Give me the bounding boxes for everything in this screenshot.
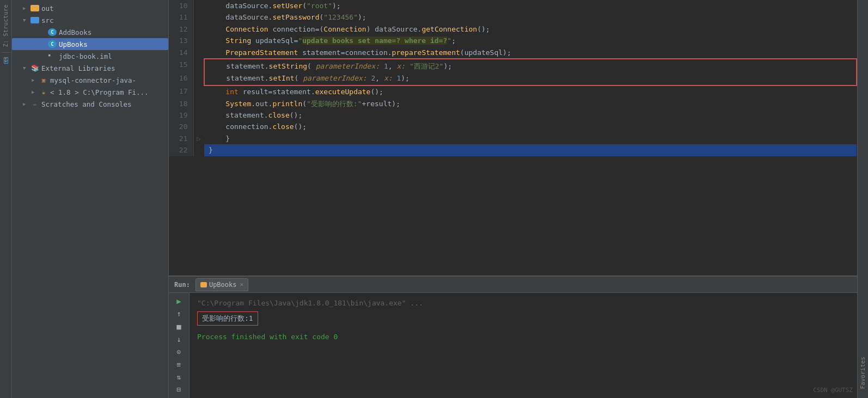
run-scroll-up-button[interactable]: ↑ — [173, 309, 186, 319]
code-line-18: 18 System.out.println("受影响的行数:"+result); — [169, 98, 857, 109]
line-gutter — [193, 47, 204, 59]
arrow-closed-icon: ▶ — [23, 101, 29, 107]
jar-icon: ▣ — [39, 76, 48, 84]
sidebar-item-jdbc-iml[interactable]: ▶ ▪ jdbc-book.iml — [12, 50, 168, 62]
arrow-empty-icon: ▶ — [40, 53, 47, 59]
line-number: 13 — [169, 35, 193, 46]
jdk-icon: ☕ — [39, 88, 48, 96]
line-number: 10 — [169, 0, 193, 11]
run-command-line: "C:\Program Files\Java\jdk1.8.0_181\bin\… — [197, 297, 849, 309]
run-scroll-down-button[interactable]: ↓ — [173, 334, 186, 344]
arrow-closed-icon: ▶ — [32, 89, 38, 95]
run-tab[interactable]: UpBooks × — [195, 278, 248, 291]
line-gutter — [193, 35, 204, 46]
line-code[interactable]: System.out.println("受影响的行数:"+result); — [204, 98, 857, 109]
class-icon: C — [48, 28, 57, 36]
code-line-17: 17 int result=statement.executeUpdate(); — [169, 85, 857, 97]
line-code-15[interactable]: statement.setString( parameterIndex: 1, … — [204, 59, 857, 72]
code-line-15: 15 statement.setString( parameterIndex: … — [169, 59, 857, 72]
line-number: 17 — [169, 85, 193, 97]
line-gutter — [193, 121, 204, 132]
run-tabs-bar: Run: UpBooks × — [169, 277, 857, 293]
run-stop-button[interactable]: ■ — [173, 322, 186, 332]
line-gutter — [193, 59, 204, 72]
run-restore-button[interactable]: ⇅ — [173, 372, 186, 382]
arrow-empty-icon: ▶ — [40, 41, 47, 47]
sidebar-item-scratches[interactable]: ▶ ✏ Scratches and Consoles — [12, 98, 168, 110]
line-gutter — [193, 11, 204, 23]
folder-icon — [30, 5, 39, 11]
sidebar-item-label: UpBooks — [59, 40, 88, 48]
sidebar-item-label: mysql-connector-java- — [50, 76, 136, 84]
line-code[interactable]: statement.close(); — [204, 109, 857, 121]
sidebar-item-out[interactable]: ▶ out — [12, 2, 168, 14]
run-camera-button[interactable]: ⊙ — [173, 347, 186, 357]
scratch-icon: ✏ — [30, 100, 39, 108]
line-code[interactable]: dataSource.setPassword("123456"); — [204, 11, 857, 23]
sidebar-item-upbooks[interactable]: ▶ C UpBooks — [12, 38, 168, 50]
code-editor[interactable]: 10 dataSource.setUser("root"); 11 dataSo… — [169, 0, 857, 275]
line-number: 15 — [169, 59, 193, 72]
line-code[interactable]: Connection connection=(Connection) dataS… — [204, 23, 857, 35]
line-code[interactable]: int result=statement.executeUpdate(); — [204, 85, 857, 97]
line-gutter — [193, 98, 204, 109]
line-number: 19 — [169, 109, 193, 121]
xml-icon: ▪ — [48, 52, 57, 60]
code-line-12: 12 Connection connection=(Connection) da… — [169, 23, 857, 35]
code-line-11: 11 dataSource.setPassword("123456"); — [169, 11, 857, 23]
sidebar-item-label: < 1.8 > C:\Program Fi... — [50, 88, 149, 96]
arrow-closed-icon: ▶ — [32, 77, 38, 83]
line-gutter — [193, 144, 204, 156]
run-output[interactable]: "C:\Program Files\Java\jdk1.8.0_181\bin\… — [190, 293, 857, 398]
arrow-empty-icon: ▶ — [40, 29, 47, 35]
favorites-side[interactable]: Favorites — [857, 0, 868, 398]
run-tab-name: UpBooks — [209, 281, 237, 289]
sidebar-item-label: External Libraries — [41, 64, 115, 72]
line-code[interactable]: PreparedStatement statement=connection.p… — [204, 47, 857, 59]
run-label: Run: — [174, 281, 190, 289]
run-wrap-button[interactable]: ≡ — [173, 359, 186, 369]
left-icon-strip: Z: Structure 🗄 — [0, 0, 12, 398]
sidebar-item-src[interactable]: ▼ src — [12, 14, 168, 26]
line-code-16[interactable]: statement.setInt( parameterIndex: 2, x: … — [204, 72, 857, 85]
sidebar-item-mysql-connector[interactable]: ▶ ▣ mysql-connector-java- — [12, 74, 168, 86]
run-panel: Run: UpBooks × ▶ ↑ ■ ↓ ⊙ ≡ ⇅ ⊟ — [169, 275, 857, 398]
arrow-icon: ▶ — [23, 5, 29, 11]
line-number: 16 — [169, 72, 193, 85]
code-line-20: 20 connection.close(); — [169, 121, 857, 132]
line-number: 12 — [169, 23, 193, 35]
line-gutter — [193, 85, 204, 97]
line-code[interactable]: String updateSql="update books set name=… — [204, 35, 857, 46]
class-icon: C — [48, 40, 57, 48]
favorites-label[interactable]: Favorites — [859, 357, 866, 389]
db-browser-icon[interactable]: 🗄 — [2, 56, 10, 66]
line-gutter — [193, 0, 204, 11]
line-code[interactable]: } — [204, 144, 857, 156]
code-line-14: 14 PreparedStatement statement=connectio… — [169, 47, 857, 59]
line-gutter — [193, 109, 204, 121]
tab-folder-icon — [200, 282, 207, 287]
code-line-22: 22 } — [169, 144, 857, 156]
sidebar-tree: ▶ out ▼ src ▶ C AddBooks ▶ C UpBooks — [12, 0, 168, 398]
folder-src-icon — [30, 17, 39, 23]
line-code[interactable]: dataSource.setUser("root"); — [204, 0, 857, 11]
structure-side-icon[interactable]: Z: Structure — [2, 2, 10, 49]
run-play-button[interactable]: ▶ — [173, 296, 186, 306]
sidebar-item-jdk[interactable]: ▶ ☕ < 1.8 > C:\Program Fi... — [12, 86, 168, 98]
tab-close-button[interactable]: × — [240, 281, 243, 288]
line-number: 22 — [169, 144, 193, 156]
sidebar-item-addbooks[interactable]: ▶ C AddBooks — [12, 26, 168, 38]
line-code[interactable]: connection.close(); — [204, 121, 857, 132]
sidebar-item-label: src — [41, 16, 54, 25]
sidebar-item-label: AddBooks — [59, 28, 91, 36]
sidebar-item-external-libraries[interactable]: ▼ 📚 External Libraries — [12, 62, 168, 74]
code-line-13: 13 String updateSql="update books set na… — [169, 35, 857, 46]
line-code[interactable]: } — [204, 133, 857, 144]
run-print-button[interactable]: ⊟ — [173, 385, 186, 395]
sidebar-item-label: out — [41, 4, 54, 13]
arrow-open-icon: ▼ — [23, 65, 29, 71]
code-line-19: 19 statement.close(); — [169, 109, 857, 121]
run-finish-message: Process finished with exit code 0 — [197, 331, 849, 343]
run-content: ▶ ↑ ■ ↓ ⊙ ≡ ⇅ ⊟ "C:\Program Files\Java\j… — [169, 293, 857, 398]
line-number: 20 — [169, 121, 193, 132]
